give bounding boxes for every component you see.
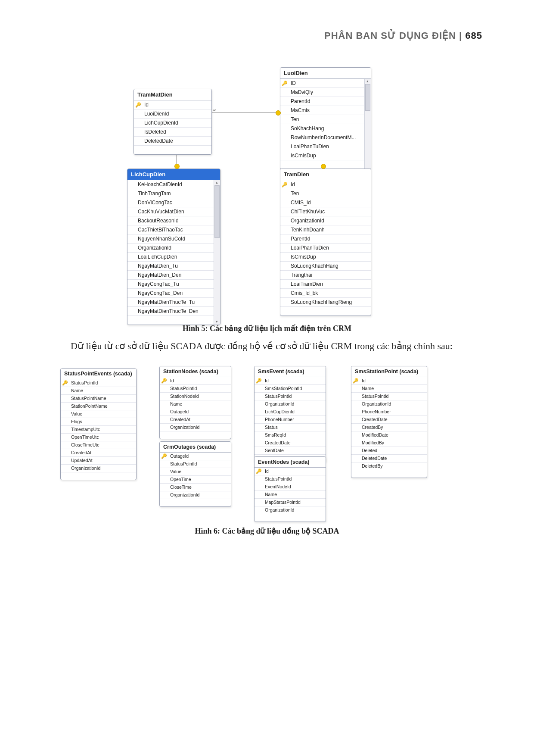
header-sep: | <box>456 30 465 41</box>
field-name: LichCupDienId <box>263 409 326 414</box>
field-name: NgayCongTac_Den <box>136 290 214 296</box>
page: PHÂN BAN SỬ DỤNG ĐIỆN | 685 ∞ 8 8 TramMa… <box>0 0 534 756</box>
field-row: CreatedBy <box>351 424 427 431</box>
field-row: NgayCongTac_Den <box>127 289 214 298</box>
table-title: LichCupDien <box>127 169 220 180</box>
empty-row <box>134 146 211 154</box>
svg-text:∞: ∞ <box>213 108 216 112</box>
field-row: Value <box>160 468 231 476</box>
field-row: 🔑Id <box>255 468 326 475</box>
field-row: StatusPointId <box>351 393 427 400</box>
page-number: 685 <box>465 30 482 41</box>
scroll-up-icon[interactable] <box>365 79 370 83</box>
scrollbar[interactable] <box>214 180 220 325</box>
table-SmsStationPoint: SmsStationPoint (scada) 🔑IdNameStatusPoi… <box>351 366 427 478</box>
field-row: RowNumberInDocumentM... <box>280 133 364 142</box>
table-SmsEvent: SmsEvent (scada) 🔑IdSmsStationPointIdSta… <box>254 366 326 462</box>
field-row: OrganizationId <box>280 216 371 225</box>
field-row: StatusPointId <box>255 475 326 483</box>
table-title: SmsEvent (scada) <box>255 366 326 377</box>
field-row: LuoiDienId <box>134 109 211 119</box>
field-name: OrganizationId <box>168 425 231 430</box>
field-row: CreatedAt <box>61 449 136 457</box>
field-name: BackoutReasonId <box>136 218 214 224</box>
field-name: Name <box>360 386 427 391</box>
scroll-thumb[interactable] <box>365 84 370 111</box>
scroll-up-icon[interactable] <box>214 180 219 184</box>
field-row: DeletedBy <box>351 462 427 470</box>
scroll-down-icon[interactable] <box>214 319 219 324</box>
field-name: SoKhachHang <box>289 125 364 131</box>
field-row: OrganizationId <box>127 244 214 253</box>
primary-key-icon: 🔑 <box>255 469 263 474</box>
field-name: Id <box>143 102 211 108</box>
field-row: StatusPointName <box>61 395 136 403</box>
field-row: Ten <box>280 115 364 124</box>
field-row: LoaiPhanTuDien <box>280 142 364 151</box>
field-row: CacKhuVucMatDien <box>127 207 214 216</box>
primary-key-icon: 🔑 <box>160 378 168 384</box>
primary-key-icon: 🔑 <box>134 102 143 108</box>
field-name: Id <box>263 378 326 383</box>
field-row: EventNodeId <box>255 483 326 491</box>
field-row: ChiTietKhuVuc <box>280 207 371 216</box>
primary-key-icon: 🔑 <box>61 380 69 386</box>
empty-row <box>160 431 231 439</box>
field-name: OrganizationId <box>263 507 326 512</box>
field-name: EventNodeId <box>263 484 326 489</box>
field-name: NgayMatDienThucTe_Den <box>136 308 214 314</box>
table-title: LuoiDien <box>280 68 371 79</box>
field-row: NgayMatDien_Tu <box>127 262 214 271</box>
field-row: BackoutReasonId <box>127 216 214 225</box>
field-name: Id <box>168 378 231 383</box>
field-row: 🔑Id <box>280 180 371 189</box>
field-name: ID <box>289 80 364 86</box>
field-name: LoaiPhanTuDien <box>289 245 371 251</box>
field-row: Value <box>61 410 136 418</box>
field-row: OrganizationId <box>160 491 231 499</box>
field-name: Name <box>168 401 231 406</box>
field-name: OrganizationId <box>168 492 231 497</box>
figure-6-caption: Hình 6: Các bảng dữ liệu đồng bộ SCADA <box>52 526 482 536</box>
field-name: NgayMatDien_Den <box>136 272 214 278</box>
field-name: Name <box>263 492 326 497</box>
field-row: OrganizationId <box>160 424 231 431</box>
field-row: IsCmisDup <box>280 151 364 160</box>
scrollbar[interactable] <box>364 79 371 169</box>
field-name: Ten <box>289 191 371 197</box>
primary-key-icon: 🔑 <box>255 378 263 384</box>
field-name: Value <box>69 411 136 416</box>
field-name: CreatedAt <box>69 450 136 455</box>
field-row: SoLuongKhachHang <box>280 262 371 271</box>
field-name: Deleted <box>360 448 427 453</box>
field-row: Trangthai <box>280 271 371 280</box>
figure-5-diagram: ∞ 8 8 TramMatDien 🔑IdLuoiDienIdLichCupDi… <box>116 67 418 313</box>
field-name: CacThietBiThaoTac <box>136 227 214 233</box>
field-name: StationNodeId <box>168 394 231 399</box>
field-row: MaDviQly <box>280 88 364 97</box>
field-name: KeHoachCatDienId <box>136 181 214 187</box>
field-name: SentDate <box>263 448 326 453</box>
field-name: Trangthai <box>289 272 371 278</box>
field-row: LichCupDienId <box>255 408 326 416</box>
field-name: Id <box>263 469 326 474</box>
table-title: EventNodes (scada) <box>255 457 326 468</box>
section-title: PHÂN BAN SỬ DỤNG ĐIỆN <box>324 30 456 41</box>
field-row: 🔑StatusPointId <box>61 379 136 387</box>
field-name: IsCmisDup <box>289 254 371 260</box>
table-LuoiDien: LuoiDien 🔑IDMaDviQlyParentIdMaCmisTenSoK… <box>280 67 371 169</box>
field-name: StatusPointId <box>263 394 326 399</box>
field-name: OutageId <box>168 409 231 414</box>
field-name: Id <box>289 181 371 187</box>
scroll-thumb[interactable] <box>214 185 220 238</box>
field-row: Deleted <box>351 447 427 455</box>
field-row: ParentId <box>280 97 364 106</box>
table-CrmOutages: CrmOutages (scada) 🔑OutageIdStatusPointI… <box>159 441 231 507</box>
field-name: OrganizationId <box>360 401 427 406</box>
field-row: DonViCongTac <box>127 198 214 207</box>
primary-key-icon: 🔑 <box>160 453 168 459</box>
field-row: OrganizationId <box>255 506 326 514</box>
field-row: 🔑Id <box>351 377 427 385</box>
table-EventNodes: EventNodes (scada) 🔑IdStatusPointIdEvent… <box>254 456 326 522</box>
field-name: TenKinhDoanh <box>289 227 371 233</box>
